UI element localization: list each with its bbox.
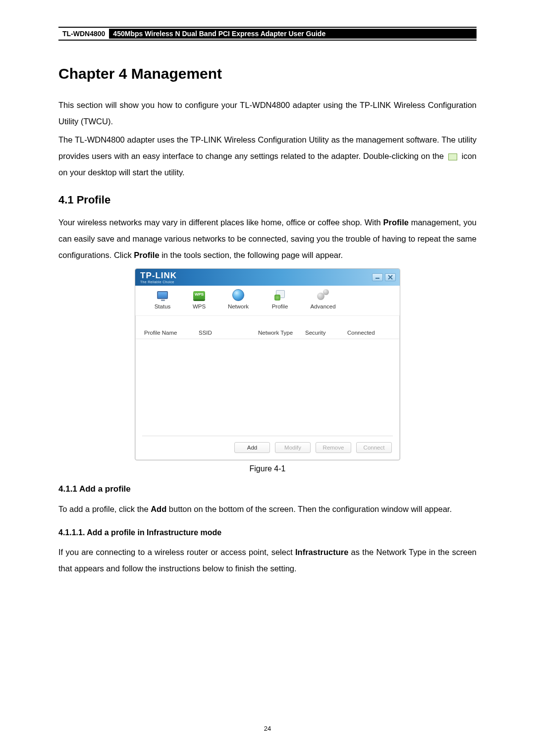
tab-profile-label: Profile <box>264 303 296 309</box>
tab-wps[interactable]: WPS WPS <box>181 289 217 309</box>
profile-bold-1: Profile <box>383 218 409 227</box>
intro-paragraph-2: The TL-WDN4800 adapter uses the TP-LINK … <box>58 132 477 181</box>
col-profile-name: Profile Name <box>144 330 199 336</box>
minimize-button[interactable] <box>372 273 383 281</box>
add-para-a: To add a profile, click the <box>58 504 151 513</box>
tray-icon <box>448 153 457 160</box>
tab-network[interactable]: Network <box>217 289 259 309</box>
wps-icon: WPS <box>193 291 205 300</box>
remove-button[interactable]: Remove <box>316 442 351 453</box>
header-model: TL-WDN4800 <box>58 29 109 39</box>
col-security: Security <box>305 330 347 336</box>
add-para-b: button on the bottom of the screen. Then… <box>166 504 452 513</box>
document-header: TL-WDN4800 450Mbps Wireless N Dual Band … <box>58 27 477 41</box>
profile-para-a: Your wireless networks may vary in diffe… <box>58 218 383 227</box>
chapter-title: Chapter 4 Management <box>58 65 477 82</box>
infra-bold: Infrastructure <box>295 548 348 556</box>
add-bold: Add <box>151 504 166 513</box>
intro-paragraph-1: This section will show you how to config… <box>58 97 477 130</box>
tab-advanced[interactable]: Advanced <box>301 289 345 309</box>
subsubsection-infrastructure: 4.1.1.1. Add a profile in Infrastructure… <box>58 528 477 537</box>
col-ssid: SSID <box>199 330 258 336</box>
subsection-add-profile: 4.1.1 Add a profile <box>58 484 477 494</box>
profile-table-header: Profile Name SSID Network Type Security … <box>135 316 400 339</box>
tab-wps-label: WPS <box>186 303 213 309</box>
tab-row: Status WPS WPS Network Profile Advanced <box>135 286 400 316</box>
profile-icon <box>274 290 285 301</box>
connect-button[interactable]: Connect <box>356 442 392 453</box>
profile-bold-2: Profile <box>134 251 159 259</box>
modify-button[interactable]: Modify <box>275 442 311 453</box>
col-connected: Connected <box>347 330 391 336</box>
add-button[interactable]: Add <box>234 442 270 453</box>
window-titlebar: TP-LINK The Reliable Choice <box>135 269 400 286</box>
col-network-type: Network Type <box>258 330 305 336</box>
close-button[interactable] <box>385 273 396 281</box>
figure-caption: Figure 4-1 <box>58 464 477 473</box>
add-profile-paragraph: To add a profile, click the Add button o… <box>58 501 477 517</box>
twcu-window: TP-LINK The Reliable Choice Status <box>135 268 400 460</box>
brand-logo-text: TP-LINK <box>140 271 177 280</box>
globe-icon <box>232 289 244 301</box>
close-icon <box>388 275 393 280</box>
infra-para-a: If you are connecting to a wireless rout… <box>58 548 295 556</box>
tab-status[interactable]: Status <box>144 289 181 309</box>
page-number: 24 <box>0 725 535 732</box>
profile-list-empty <box>142 339 393 436</box>
profile-para-c: in the tools section, the following page… <box>160 251 343 259</box>
profile-paragraph: Your wireless networks may vary in diffe… <box>58 214 477 263</box>
tab-profile[interactable]: Profile <box>259 289 301 309</box>
profile-button-row: Add Modify Remove Connect <box>135 440 400 460</box>
section-profile-heading: 4.1 Profile <box>58 194 477 206</box>
svg-rect-0 <box>375 278 379 279</box>
tab-network-label: Network <box>222 303 254 309</box>
intro-2-part-a: The TL-WDN4800 adapter uses the TP-LINK … <box>58 135 477 160</box>
infrastructure-paragraph: If you are connecting to a wireless rout… <box>58 544 477 577</box>
tab-advanced-label: Advanced <box>306 303 340 309</box>
monitor-icon <box>157 291 168 299</box>
tab-status-label: Status <box>149 303 176 309</box>
header-guide-title: 450Mbps Wireless N Dual Band PCI Express… <box>109 29 477 39</box>
minimize-icon <box>375 275 380 279</box>
gears-icon <box>317 289 329 301</box>
brand-tagline: The Reliable Choice <box>140 280 177 284</box>
